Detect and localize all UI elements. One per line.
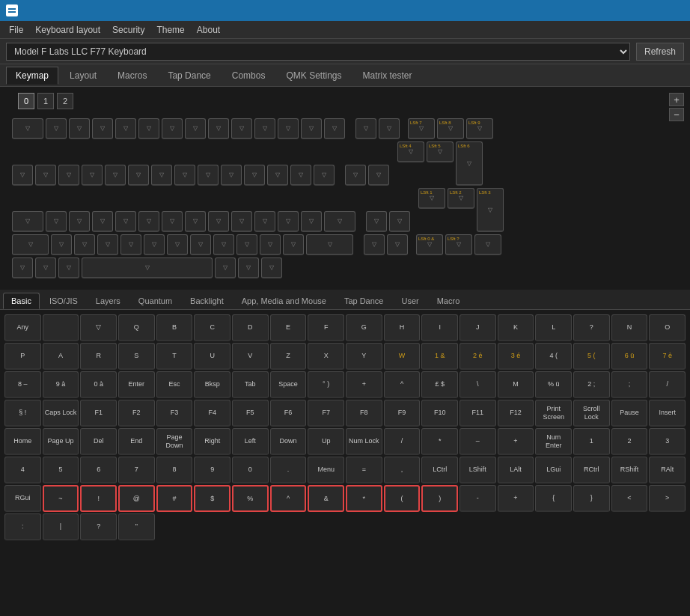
- keyboard-key[interactable]: ▽: [12, 234, 49, 255]
- grid-key[interactable]: |: [43, 513, 79, 540]
- grid-key[interactable]: +: [346, 371, 382, 398]
- keyboard-key[interactable]: ▽: [278, 211, 299, 232]
- keyboard-key[interactable]: ▽: [58, 165, 79, 186]
- keyboard-key[interactable]: ▽: [260, 234, 281, 255]
- grid-key[interactable]: Scroll Lock: [573, 400, 610, 427]
- grid-key[interactable]: 4: [4, 457, 41, 484]
- grid-key[interactable]: ,: [384, 457, 421, 484]
- grid-key[interactable]: 6 ü: [611, 343, 648, 370]
- menu-item-security[interactable]: Security: [106, 23, 150, 37]
- keyboard-key[interactable]: ▽: [97, 234, 118, 255]
- keyboard-key[interactable]: ▽: [190, 234, 211, 255]
- cat-tab-app-media-and-mouse[interactable]: App, Media and Mouse: [233, 293, 335, 309]
- tab-qmk-settings[interactable]: QMK Settings: [276, 67, 351, 85]
- keyboard-key[interactable]: LSft 4▽: [397, 141, 424, 162]
- grid-key[interactable]: Bksp: [194, 371, 230, 398]
- grid-key[interactable]: £ $: [421, 371, 458, 398]
- keyboard-key[interactable]: ▽: [12, 211, 43, 232]
- grid-key[interactable]: F11: [460, 400, 496, 427]
- keyboard-key[interactable]: ▽: [69, 118, 90, 139]
- grid-key[interactable]: 2 è: [460, 343, 496, 370]
- menu-item-keyboard-layout[interactable]: Keyboard layout: [29, 23, 106, 37]
- key-grid-wrapper[interactable]: Any▽QBCDEFGHIJKL?NOPARSTUVZXYW1 &2 è3 é4…: [0, 310, 690, 616]
- cat-tab-macro[interactable]: Macro: [429, 293, 468, 309]
- grid-key[interactable]: ?: [573, 314, 610, 341]
- keyboard-key[interactable]: ▽: [82, 257, 213, 278]
- tab-combos[interactable]: Combos: [222, 67, 275, 85]
- keyboard-key[interactable]: ▽: [389, 211, 410, 232]
- keyboard-key[interactable]: ▽: [128, 165, 149, 186]
- grid-key[interactable]: Z: [270, 343, 307, 370]
- keyboard-key[interactable]: ▽: [314, 165, 335, 186]
- grid-key[interactable]: W: [384, 343, 421, 370]
- keyboard-key[interactable]: ▽: [58, 257, 79, 278]
- grid-key[interactable]: \: [460, 371, 496, 398]
- keyboard-key[interactable]: ▽: [185, 118, 206, 139]
- keyboard-key[interactable]: ▽: [185, 211, 206, 232]
- keyboard-key[interactable]: ▽: [74, 234, 95, 255]
- keyboard-key[interactable]: ▽: [162, 118, 183, 139]
- keyboard-key[interactable]: ▽: [120, 234, 141, 255]
- keyboard-key[interactable]: ▽: [278, 118, 299, 139]
- menu-item-about[interactable]: About: [191, 23, 226, 37]
- grid-key[interactable]: F: [308, 314, 344, 341]
- grid-key[interactable]: 1: [573, 428, 610, 455]
- grid-key[interactable]: M: [498, 371, 534, 398]
- keyboard-key[interactable]: ▽: [215, 257, 236, 278]
- keyboard-key[interactable]: ▽: [364, 234, 385, 255]
- keyboard-key[interactable]: ▽: [324, 211, 355, 232]
- grid-key[interactable]: Enter: [118, 371, 155, 398]
- grid-key[interactable]: Left: [232, 428, 269, 455]
- layer-btn-0[interactable]: 0: [18, 93, 34, 109]
- keyboard-key[interactable]: ▽: [208, 118, 229, 139]
- keyboard-key[interactable]: ▽: [379, 118, 400, 139]
- grid-key[interactable]: 6: [80, 457, 117, 484]
- keyboard-key[interactable]: LSft 0 &▽: [416, 234, 443, 255]
- grid-key[interactable]: 0 à: [80, 371, 117, 398]
- grid-key[interactable]: F9: [384, 400, 421, 427]
- keyboard-key[interactable]: ▽: [144, 234, 165, 255]
- grid-key[interactable]: Up: [308, 428, 344, 455]
- grid-key[interactable]: Num Enter: [535, 428, 572, 455]
- grid-key[interactable]: H: [384, 314, 421, 341]
- grid-key[interactable]: Insert: [649, 400, 686, 427]
- keyboard-key[interactable]: ▽: [198, 165, 219, 186]
- keyboard-key[interactable]: ▽: [12, 118, 43, 139]
- grid-key[interactable]: F2: [118, 400, 155, 427]
- minimize-button[interactable]: [626, 3, 645, 18]
- grid-key[interactable]: ▽: [80, 314, 117, 341]
- keyboard-key[interactable]: ▽: [92, 211, 113, 232]
- grid-key[interactable]: N: [611, 314, 648, 341]
- grid-key[interactable]: /: [649, 371, 686, 398]
- remove-layer-button[interactable]: −: [669, 108, 684, 121]
- keyboard-key[interactable]: ▽: [138, 118, 159, 139]
- grid-key[interactable]: Space: [270, 371, 307, 398]
- grid-key[interactable]: !: [80, 485, 117, 512]
- keyboard-key[interactable]: ▽: [115, 211, 136, 232]
- grid-key[interactable]: Home: [4, 428, 41, 455]
- grid-key[interactable]: 8 –: [4, 371, 41, 398]
- grid-key[interactable]: U: [194, 343, 230, 370]
- grid-key[interactable]: @: [118, 485, 155, 512]
- grid-key[interactable]: RCtrl: [573, 457, 610, 484]
- grid-key[interactable]: D: [232, 314, 269, 341]
- grid-key[interactable]: Num Lock: [346, 428, 382, 455]
- grid-key[interactable]: ^: [384, 371, 421, 398]
- grid-key[interactable]: Y: [346, 343, 382, 370]
- grid-key[interactable]: 9: [194, 457, 230, 484]
- grid-key[interactable]: +: [498, 485, 534, 512]
- grid-key[interactable]: G: [346, 314, 382, 341]
- keyboard-key[interactable]: ▽: [92, 118, 113, 139]
- grid-key[interactable]: A: [43, 343, 79, 370]
- grid-key[interactable]: >: [649, 485, 686, 512]
- keyboard-key[interactable]: ▽: [213, 234, 234, 255]
- grid-key[interactable]: &: [308, 485, 344, 512]
- grid-key[interactable]: § !: [4, 400, 41, 427]
- grid-key[interactable]: % ü: [535, 371, 572, 398]
- keyboard-key[interactable]: ▽: [301, 211, 322, 232]
- keyboard-key[interactable]: ▽: [167, 234, 188, 255]
- grid-key[interactable]: LGui: [535, 457, 572, 484]
- grid-key[interactable]: (: [384, 485, 421, 512]
- keyboard-key[interactable]: ▽: [12, 257, 33, 278]
- grid-key[interactable]: F10: [421, 400, 458, 427]
